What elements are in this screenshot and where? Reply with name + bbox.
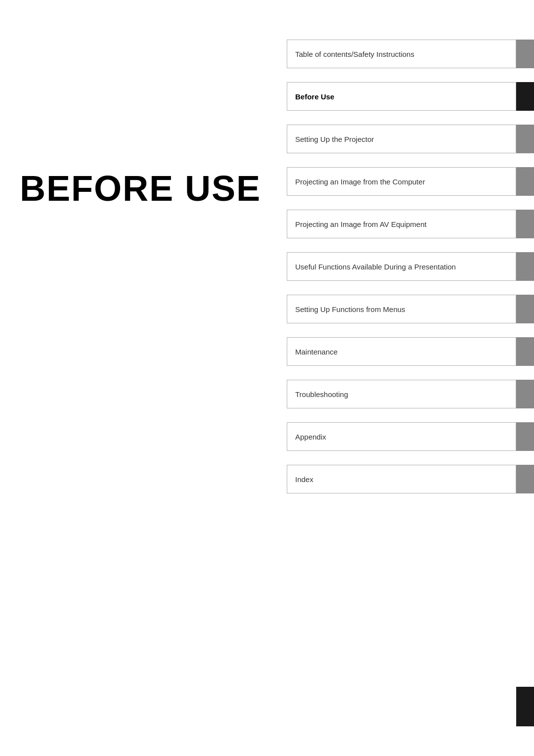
nav-item-maintenance[interactable]: Maintenance [287, 337, 534, 366]
page-title: BEFORE USE [20, 168, 261, 209]
nav-item-projecting-computer[interactable]: Projecting an Image from the Computer [287, 167, 534, 196]
nav-tab-appendix [516, 422, 534, 451]
nav-tab-projecting-computer [516, 167, 534, 196]
bottom-tab [516, 687, 534, 726]
nav-label-setting-up-projector: Setting Up the Projector [287, 125, 516, 153]
nav-item-setting-up-functions[interactable]: Setting Up Functions from Menus [287, 295, 534, 323]
navigation-panel: Table of contents/Safety InstructionsBef… [287, 40, 534, 507]
nav-item-index[interactable]: Index [287, 465, 534, 493]
nav-item-projecting-av[interactable]: Projecting an Image from AV Equipment [287, 210, 534, 238]
nav-tab-troubleshooting [516, 380, 534, 408]
nav-item-setting-up-projector[interactable]: Setting Up the Projector [287, 125, 534, 153]
nav-label-toc: Table of contents/Safety Instructions [287, 40, 516, 68]
nav-tab-before-use [516, 82, 534, 111]
nav-item-appendix[interactable]: Appendix [287, 422, 534, 451]
nav-label-projecting-av: Projecting an Image from AV Equipment [287, 210, 516, 238]
nav-item-toc[interactable]: Table of contents/Safety Instructions [287, 40, 534, 68]
nav-item-troubleshooting[interactable]: Troubleshooting [287, 380, 534, 408]
nav-label-useful-functions: Useful Functions Available During a Pres… [287, 252, 516, 281]
nav-label-appendix: Appendix [287, 422, 516, 451]
nav-tab-projecting-av [516, 210, 534, 238]
nav-label-troubleshooting: Troubleshooting [287, 380, 516, 408]
nav-tab-setting-up-functions [516, 295, 534, 323]
nav-label-maintenance: Maintenance [287, 337, 516, 366]
nav-tab-toc [516, 40, 534, 68]
nav-label-before-use: Before Use [287, 82, 516, 111]
nav-label-setting-up-functions: Setting Up Functions from Menus [287, 295, 516, 323]
nav-tab-index [516, 465, 534, 493]
nav-label-index: Index [287, 465, 516, 493]
nav-tab-maintenance [516, 337, 534, 366]
nav-tab-setting-up-projector [516, 125, 534, 153]
nav-label-projecting-computer: Projecting an Image from the Computer [287, 167, 516, 196]
nav-item-useful-functions[interactable]: Useful Functions Available During a Pres… [287, 252, 534, 281]
nav-item-before-use[interactable]: Before Use [287, 82, 534, 111]
nav-tab-useful-functions [516, 252, 534, 281]
